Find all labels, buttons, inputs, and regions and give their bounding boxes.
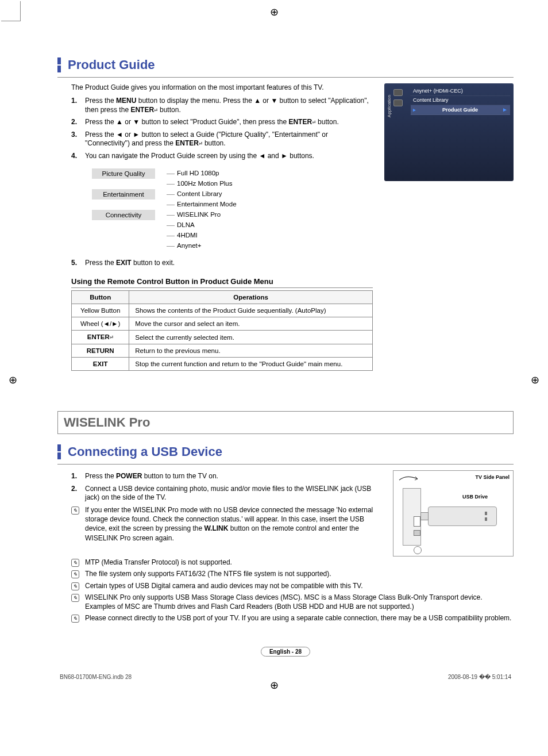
table-cell-button: EXIT: [72, 358, 129, 371]
tree-item: WISELINK Pro: [167, 210, 373, 220]
table-cell-button: ENTER⏎: [72, 331, 129, 344]
rule: [57, 77, 514, 78]
table-row: Wheel (◄/►)Move the cursor and select an…: [72, 317, 373, 331]
guide-tree: Picture QualityFull HD 1080p100Hz Motion…: [92, 168, 373, 251]
table-cell-operation: Stop the current function and return to …: [129, 358, 373, 371]
diagram-tv-panel: [403, 488, 421, 546]
tree-category: Entertainment: [92, 189, 155, 199]
intro-text: The Product Guide gives you information …: [71, 83, 373, 91]
table-cell-operation: Move the cursor and select an item.: [129, 317, 373, 331]
step-number: 1.: [71, 97, 79, 114]
note-icon: ✎: [71, 569, 83, 578]
tv-osd-icon: [393, 99, 403, 106]
print-registration-top: ⊕: [270, 6, 279, 18]
step-number: 4.: [71, 152, 79, 161]
crop-mark: [20, 1, 21, 21]
table-cell-operation: Select the currently selected item.: [129, 331, 373, 344]
tree-item: 4HDMI: [167, 231, 373, 241]
step-number: 2.: [71, 485, 79, 502]
table-header: Operations: [129, 291, 373, 304]
diagram-led: [485, 512, 487, 515]
step-text: Press the ◄ or ► button to select a Guid…: [85, 131, 373, 148]
subhead-remote-control: Using the Remote Control Button in Produ…: [71, 277, 373, 288]
note-text: If you enter the WISELINK Pro mode with …: [85, 505, 381, 543]
print-registration-left: ⊕: [9, 374, 17, 386]
table-cell-button: Yellow Button: [72, 304, 129, 317]
note-text: Certain types of USB Digital camera and …: [85, 581, 363, 590]
diagram-usb-port: [414, 516, 420, 527]
step-text: Press the ▲ or ▼ button to select "Produ…: [85, 118, 339, 127]
table-header: Button: [72, 291, 129, 304]
footer-filename: BN68-01700M-ENG.indb 28: [60, 674, 132, 680]
step-number: 2.: [71, 118, 79, 127]
table-row: ENTER⏎Select the currently selected item…: [72, 331, 373, 344]
note-text: Please connect directly to the USB port …: [85, 613, 511, 623]
table-cell-button: RETURN: [72, 344, 129, 358]
diagram-arrow-icon: [398, 473, 421, 482]
note-icon: ✎: [71, 505, 83, 515]
notes-list-cont: ✎MTP (Media Transfer Protocol) is not su…: [71, 557, 514, 624]
table-row: EXITStop the current function and return…: [72, 358, 373, 371]
usb-steps-list: 1.Press the POWER button to turn the TV …: [71, 470, 381, 504]
page-number-pill: English - 28: [261, 647, 310, 657]
tree-item: DLNA: [167, 220, 373, 231]
crop-mark: [1, 21, 21, 21]
tv-osd-icon: [393, 89, 403, 96]
section-accent-bar: [57, 57, 61, 72]
tree-item: 100Hz Motion Plus: [167, 179, 373, 189]
tv-osd-item: Anynet+ (HDMI-CEC): [411, 87, 510, 96]
diagram-led: [485, 517, 487, 521]
step-text: Press the EXIT button to exit.: [85, 259, 175, 268]
diagram-jack: [414, 546, 422, 554]
tree-item: Content Library: [167, 189, 373, 199]
step-text: Connect a USB device containing photo, m…: [85, 485, 381, 502]
table-cell-button: Wheel (◄/►): [72, 317, 129, 331]
tree-category: Connectivity: [92, 210, 155, 220]
note-text: MTP (Media Transfer Protocol) is not sup…: [85, 558, 232, 567]
diagram-port: [414, 530, 420, 536]
tree-item: Full HD 1080p: [167, 168, 373, 179]
tree-item: Anynet+: [167, 241, 373, 251]
step-text: Press the POWER button to turn the TV on…: [85, 472, 218, 481]
table-cell-operation: Return to the previous menu.: [129, 344, 373, 358]
note-text: The file system only supports FAT16/32 (…: [85, 569, 331, 578]
step-text: You can navigate the Product Guide scree…: [85, 152, 314, 161]
table-cell-operation: Shows the contents of the Product Guide …: [129, 304, 373, 317]
note-icon: ✎: [71, 558, 83, 567]
section-accent-bar: [57, 444, 61, 459]
steps-list-cont: 5.Press the EXIT button to exit.: [71, 257, 373, 270]
step-text: Press the MENU button to display the men…: [85, 97, 373, 114]
note-icon: ✎: [71, 581, 83, 590]
tree-item: Entertainment Mode: [167, 199, 373, 210]
section-title-usb: Connecting a USB Device: [68, 444, 222, 459]
diagram-label-drive: USB Drive: [462, 494, 488, 500]
note-icon: ✎: [71, 613, 83, 623]
diagram-usb-connector: [420, 512, 429, 520]
remote-control-table: ButtonOperationsYellow ButtonShows the c…: [71, 290, 373, 371]
print-registration-right: ⊕: [531, 374, 539, 386]
table-row: Yellow ButtonShows the contents of the P…: [72, 304, 373, 317]
step-number: 5.: [71, 259, 79, 268]
note-text: WISELINK Pro only supports USB Mass Stor…: [85, 593, 514, 611]
tree-category: Picture Quality: [92, 168, 155, 179]
section-bar-wiselink: WISELINK Pro: [64, 415, 150, 430]
usb-connection-diagram: TV Side Panel USB Drive: [393, 470, 514, 557]
tv-osd-screenshot: Application Anynet+ (HDMI-CEC)Content Li…: [384, 83, 514, 371]
steps-list: 1.Press the MENU button to display the m…: [71, 95, 373, 163]
print-registration-bottom: ⊕: [270, 679, 279, 692]
rule: [57, 464, 514, 465]
table-row: RETURNReturn to the previous menu.: [72, 344, 373, 358]
tv-osd-item: ▸Product Guide►: [411, 105, 510, 115]
tv-osd-item: Content Library: [411, 96, 510, 105]
notes-list: ✎If you enter the WISELINK Pro mode with…: [71, 504, 381, 544]
step-number: 1.: [71, 472, 79, 481]
section-title-product-guide: Product Guide: [68, 57, 155, 72]
tv-osd-category: Application: [387, 95, 392, 117]
note-icon: ✎: [71, 593, 83, 602]
step-number: 3.: [71, 131, 79, 148]
diagram-usb-drive: [428, 506, 497, 526]
footer-timestamp: 2008-08-19 �� 5:01:14: [448, 674, 511, 680]
